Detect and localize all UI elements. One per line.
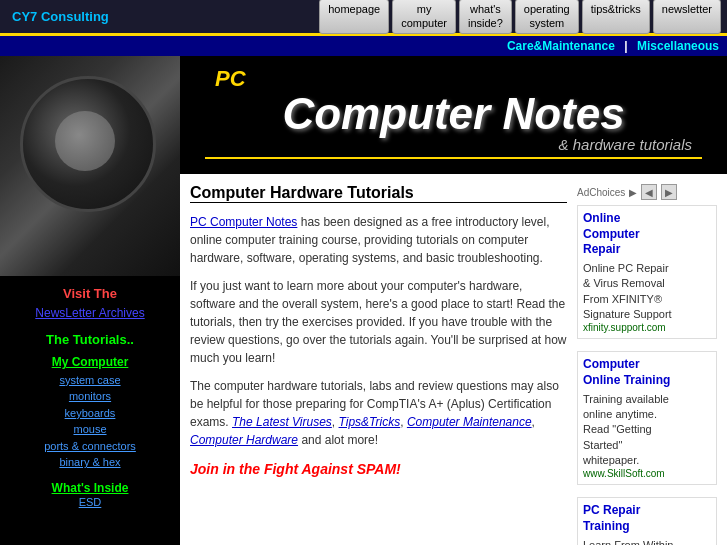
ad-1-body: Online PC Repair& Virus RemovalFrom XFIN… bbox=[583, 261, 711, 323]
tutorials-title: The Tutorials.. bbox=[8, 332, 172, 347]
second-navigation: Care&Maintenance | Miscellaneous bbox=[0, 36, 727, 56]
nav-homepage[interactable]: homepage bbox=[319, 0, 389, 34]
sidebar-item-mouse[interactable]: mouse bbox=[8, 421, 172, 438]
sidebar-cat-my-computer[interactable]: My Computer bbox=[8, 355, 172, 369]
content-heading: Computer Hardware Tutorials bbox=[190, 184, 567, 203]
ad-3-body: Learn From Within bbox=[583, 538, 711, 545]
p3-text-end: and alot more! bbox=[301, 433, 378, 447]
ad-choices-icon: ▶ bbox=[629, 187, 637, 198]
sidebar-item-system-case[interactable]: system case bbox=[8, 372, 172, 389]
main-text-area: Computer Hardware Tutorials PC Computer … bbox=[190, 184, 567, 545]
computer-hardware-link[interactable]: Computer Hardware bbox=[190, 433, 298, 447]
main-content: PC Computer Notes & hardware tutorials C… bbox=[180, 56, 727, 545]
newsletter-archives-link[interactable]: NewsLetter Archives bbox=[8, 305, 172, 322]
sidebar-item-keyboards[interactable]: keyboards bbox=[8, 405, 172, 422]
sidebar-cat-whats-inside[interactable]: What's Inside bbox=[8, 481, 172, 495]
computer-maintenance-link[interactable]: Computer Maintenance bbox=[407, 415, 532, 429]
ad-block-3: PC RepairTraining Learn From Within bbox=[577, 497, 717, 545]
ad-1-url: xfinity.support.com bbox=[583, 322, 711, 333]
brand-logo: CY7 Consulting bbox=[0, 9, 121, 24]
left-sidebar: Visit The NewsLetter Archives The Tutori… bbox=[0, 56, 180, 545]
sidebar-item-binary[interactable]: binary & hex bbox=[8, 454, 172, 471]
p3-comma1: , bbox=[332, 415, 339, 429]
nav-tips-tricks[interactable]: tips&tricks bbox=[582, 0, 650, 34]
paragraph-1: PC Computer Notes has been designed as a… bbox=[190, 213, 567, 267]
p3-comma3: , bbox=[532, 415, 535, 429]
spam-text: Join in the Fight Against SPAM! bbox=[190, 461, 401, 477]
header-divider bbox=[205, 157, 702, 159]
ad-1-title[interactable]: OnlineComputerRepair bbox=[583, 211, 711, 258]
top-navigation: CY7 Consulting homepage mycomputer what'… bbox=[0, 0, 727, 36]
content-header: PC Computer Notes & hardware tutorials bbox=[180, 56, 727, 174]
sidebar-item-ports[interactable]: ports & connectors bbox=[8, 438, 172, 455]
ad-2-title[interactable]: ComputerOnline Training bbox=[583, 357, 711, 388]
latest-viruses-link[interactable]: The Latest Viruses bbox=[232, 415, 332, 429]
tips-tricks-link[interactable]: Tips&Tricks bbox=[339, 415, 401, 429]
ad-choices-label: AdChoices bbox=[577, 187, 625, 198]
ad-prev-btn[interactable]: ◀ bbox=[641, 184, 657, 200]
pc-computer-notes-link[interactable]: PC Computer Notes bbox=[190, 215, 297, 229]
body-content: Computer Hardware Tutorials PC Computer … bbox=[180, 174, 727, 545]
ad-block-2: ComputerOnline Training Training availab… bbox=[577, 351, 717, 485]
ad-2-url: www.SkillSoft.com bbox=[583, 468, 711, 479]
ad-3-title[interactable]: PC RepairTraining bbox=[583, 503, 711, 534]
nav-my-computer[interactable]: mycomputer bbox=[392, 0, 456, 34]
p3-comma2: , bbox=[400, 415, 407, 429]
right-ad-sidebar: AdChoices ▶ ◀ ▶ OnlineComputerRepair Onl… bbox=[577, 184, 717, 545]
header-subtitle: & hardware tutorials bbox=[195, 136, 692, 153]
nav-operating-system[interactable]: operatingsystem bbox=[515, 0, 579, 34]
ad-2-body: Training availableonline anytime.Read "G… bbox=[583, 392, 711, 469]
sidebar-content: Visit The NewsLetter Archives The Tutori… bbox=[0, 276, 180, 519]
paragraph-2: If you just want to learn more about you… bbox=[190, 277, 567, 367]
nav-separator: | bbox=[624, 39, 631, 53]
visit-label: Visit The bbox=[8, 286, 172, 301]
nav-newsletter[interactable]: newsletter bbox=[653, 0, 721, 34]
ad-next-btn[interactable]: ▶ bbox=[661, 184, 677, 200]
sidebar-image bbox=[0, 56, 180, 276]
care-maintenance-link[interactable]: Care&Maintenance bbox=[507, 39, 615, 53]
spam-paragraph: Join in the Fight Against SPAM! bbox=[190, 459, 567, 480]
paragraph-3: The computer hardware tutorials, labs an… bbox=[190, 377, 567, 449]
p2-text: If you just want to learn more about you… bbox=[190, 279, 567, 365]
nav-whats-inside[interactable]: what'sinside? bbox=[459, 0, 512, 34]
miscellaneous-link[interactable]: Miscellaneous bbox=[637, 39, 719, 53]
nav-links: homepage mycomputer what'sinside? operat… bbox=[319, 0, 727, 34]
main-layout: Visit The NewsLetter Archives The Tutori… bbox=[0, 56, 727, 545]
sidebar-item-esd[interactable]: ESD bbox=[79, 496, 102, 508]
sidebar-item-monitors[interactable]: monitors bbox=[8, 388, 172, 405]
header-title: Computer Notes bbox=[195, 92, 712, 136]
ad-choices-bar: AdChoices ▶ ◀ ▶ bbox=[577, 184, 717, 200]
ad-block-1: OnlineComputerRepair Online PC Repair& V… bbox=[577, 205, 717, 339]
